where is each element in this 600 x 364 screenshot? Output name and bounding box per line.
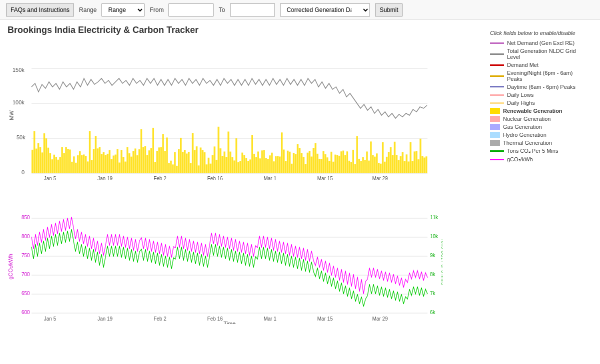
svg-rect-180 [354, 164, 356, 173]
legend-label-gco2-kwh: gCO₂/kWh [507, 156, 533, 163]
svg-text:Feb 2: Feb 2 [154, 316, 166, 322]
range-label: Range [79, 6, 96, 13]
svg-rect-189 [372, 155, 374, 173]
legend-item-nuclear[interactable]: Nuclear Generation [490, 116, 585, 122]
svg-text:Time: Time [224, 321, 236, 324]
legend-item-gco2-kwh[interactable]: gCO₂/kWh [490, 156, 585, 163]
legend-item-total-gen[interactable]: Total Generation NLDC Grid Level [490, 48, 585, 60]
svg-rect-70 [136, 155, 138, 173]
svg-rect-45 [87, 161, 88, 173]
legend-color-gco2-kwh [490, 159, 504, 160]
legend-item-co2-tons[interactable]: Tons CO₂ Per 5 Mins [490, 148, 585, 154]
svg-rect-114 [224, 151, 225, 173]
svg-rect-124 [244, 155, 245, 173]
svg-rect-55 [106, 154, 108, 173]
svg-rect-192 [378, 163, 380, 173]
submit-button[interactable]: Submit [375, 3, 402, 16]
legend-item-daytime-peaks[interactable]: Daytime (6am - 6pm) Peaks [490, 84, 585, 90]
svg-rect-43 [83, 154, 84, 173]
svg-rect-170 [334, 155, 336, 173]
svg-rect-53 [103, 152, 104, 173]
legend-label-demand-met: Demand Met [507, 62, 538, 68]
legend-item-evening-peaks[interactable]: Evening/Night (6pm - 6am) Peaks [490, 70, 585, 82]
svg-rect-78 [152, 128, 154, 173]
svg-rect-162 [318, 159, 320, 173]
svg-rect-195 [384, 162, 386, 173]
svg-rect-145 [285, 161, 286, 173]
legend-item-demand-met[interactable]: Demand Met [490, 62, 585, 68]
svg-rect-39 [75, 163, 76, 173]
svg-rect-58 [112, 156, 114, 173]
svg-rect-167 [328, 161, 330, 173]
upper-chart: 0 50k 100k 150k MW Jan 5 Jan 19 Feb 2 Fe… [8, 39, 482, 184]
main-content: Brookings India Electricity & Carbon Tra… [0, 20, 600, 364]
svg-rect-106 [208, 158, 209, 173]
svg-rect-63 [122, 157, 124, 173]
svg-text:650: 650 [22, 291, 30, 296]
svg-rect-74 [144, 146, 146, 173]
legend-item-hydro[interactable]: Hydro Generation [490, 132, 585, 138]
svg-rect-157 [308, 151, 310, 173]
legend-item-net-demand[interactable]: Net Demand (Gen Excl RE) [490, 40, 585, 46]
svg-rect-66 [128, 153, 130, 173]
svg-rect-135 [265, 158, 266, 173]
svg-text:750: 750 [22, 253, 30, 258]
svg-rect-190 [374, 157, 376, 173]
svg-rect-193 [380, 164, 382, 173]
svg-rect-98 [192, 133, 194, 173]
svg-rect-121 [238, 162, 239, 173]
svg-rect-206 [406, 154, 407, 173]
svg-rect-102 [200, 147, 202, 173]
svg-rect-91 [178, 149, 180, 173]
dataset-select[interactable]: Corrected Generation Data Raw Generation… [280, 3, 370, 16]
svg-rect-152 [299, 148, 300, 173]
svg-rect-54 [105, 155, 106, 173]
from-label: From [150, 6, 164, 13]
svg-rect-130 [255, 157, 256, 173]
legend-label-co2-tons: Tons CO₂ Per 5 Mins [507, 148, 558, 154]
legend-item-thermal[interactable]: Thermal Generation [490, 140, 585, 146]
legend-color-demand-met [490, 64, 504, 66]
svg-rect-107 [210, 164, 211, 173]
legend-color-daily-lows [490, 94, 504, 96]
faq-button[interactable]: FAQs and Instructions [6, 3, 74, 16]
to-label: To [218, 6, 225, 13]
legend-item-daily-highs[interactable]: Daily Highs [490, 100, 585, 106]
svg-rect-214 [422, 156, 423, 173]
legend-label-daytime-peaks: Daytime (6am - 6pm) Peaks [507, 84, 576, 90]
svg-rect-211 [416, 151, 417, 173]
legend-item-daily-lows[interactable]: Daily Lows [490, 92, 585, 98]
svg-rect-85 [166, 137, 168, 173]
svg-rect-46 [89, 131, 90, 173]
range-select[interactable]: Range [102, 3, 144, 16]
svg-rect-108 [212, 155, 213, 173]
svg-rect-159 [312, 148, 314, 173]
to-date-input[interactable]: 30 Mar 2020 [230, 3, 275, 16]
svg-rect-42 [81, 155, 82, 173]
svg-rect-194 [382, 142, 384, 173]
svg-rect-76 [148, 150, 150, 173]
svg-text:Mar 29: Mar 29 [372, 316, 388, 322]
svg-rect-77 [150, 148, 152, 173]
svg-rect-41 [79, 151, 80, 173]
svg-rect-40 [77, 155, 78, 173]
svg-rect-115 [226, 157, 227, 173]
svg-text:10k: 10k [430, 234, 438, 239]
svg-rect-48 [93, 149, 94, 173]
from-date-input[interactable]: 01 Jan 2020 [168, 3, 214, 16]
legend-color-evening-peaks [490, 75, 504, 77]
svg-rect-137 [269, 155, 270, 173]
legend-item-renewable[interactable]: Renewable Generation [490, 108, 585, 114]
svg-text:gCO₂/kWh: gCO₂/kWh [8, 254, 14, 280]
svg-text:800: 800 [22, 234, 30, 239]
svg-rect-82 [160, 147, 162, 173]
legend-color-total-gen [490, 53, 504, 55]
svg-rect-21 [40, 147, 41, 173]
svg-rect-150 [295, 154, 296, 173]
svg-rect-35 [67, 149, 68, 173]
svg-rect-117 [230, 152, 231, 173]
legend-color-renewable [490, 108, 500, 114]
svg-rect-123 [242, 153, 243, 173]
legend: Click fields below to enable/disable Net… [482, 25, 592, 359]
legend-item-gas[interactable]: Gas Generation [490, 124, 585, 130]
